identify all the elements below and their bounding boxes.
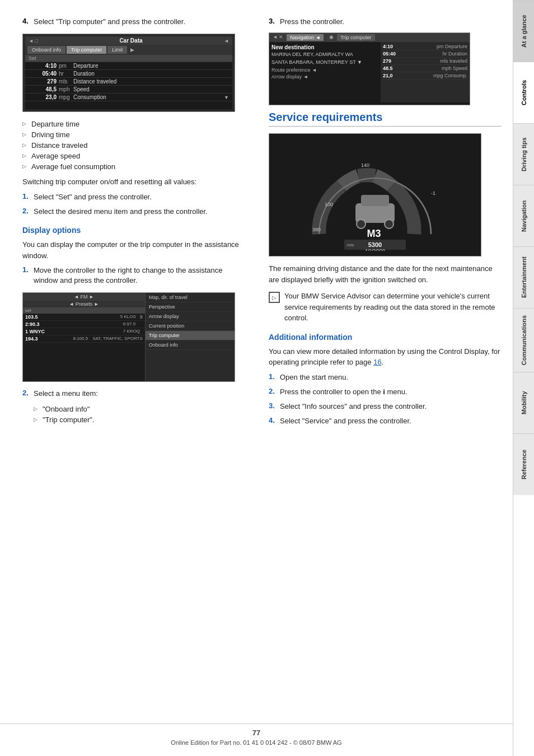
display-step-1-text: Move the controller to the right to chan… — [34, 265, 246, 286]
step2-text: Select a menu item: — [34, 389, 98, 399]
bullet-driving: Driving time — [22, 129, 246, 140]
sidebar-tab-communications[interactable]: Communications — [513, 308, 534, 372]
svg-text:100: 100 — [325, 202, 333, 207]
display-step-1: 1. Move the controller to the right to c… — [22, 265, 246, 286]
service-body-text: The remaining driving distance and the d… — [269, 263, 502, 285]
reset-step-1-text: Select "Set" and press the controller. — [34, 192, 152, 202]
page-16-link[interactable]: 16 — [373, 358, 381, 366]
svg-text:M3: M3 — [367, 228, 381, 239]
svg-rect-1 — [361, 195, 389, 206]
note-text: Your BMW Service Advisor can determine y… — [284, 291, 502, 324]
reset-step-2: 2. Select the desired menu item and pres… — [22, 207, 246, 217]
svg-text:10/2008: 10/2008 — [365, 249, 386, 251]
sub-bullet-list: "Onboard info" "Trip computer". — [34, 404, 246, 425]
set-row: Set — [25, 55, 232, 62]
additional-info-text: You can view more detailed information b… — [269, 346, 502, 368]
trip-row-distance: 279 mls Distance traveled — [25, 78, 232, 86]
trip-header-title: Car Data — [119, 38, 142, 44]
additional-step-2: 2. Press the controller to open the i me… — [269, 387, 502, 397]
navigation-screenshot: ◄ ✕ Navigation ◄ ◉ Trip computer New des… — [269, 32, 470, 105]
svg-text:5300: 5300 — [368, 241, 382, 248]
disp-row-1: 103.5 5 KLOS 9 — [23, 314, 145, 321]
trip-row-duration: 05:40 hr Duration — [25, 70, 232, 78]
display-options-heading: Display options — [22, 226, 246, 235]
additional-step-2-text: Press the controller to open the i menu. — [280, 387, 407, 397]
nav-option-arrow: Arrow display ◄ — [271, 74, 378, 80]
sidebar-tab-navigation[interactable]: Navigation — [513, 185, 534, 246]
bullet-departure: Departure time — [22, 119, 246, 129]
trip-computer-screenshot: ◄ □ Car Data ◄ Onboard info Trip compute… — [22, 34, 235, 112]
trip-row-consumption: 23,0 mpg Consumption ▼ — [25, 94, 232, 101]
additional-step-num-1: 1. — [269, 372, 277, 382]
trip-header: ◄ □ Car Data ◄ — [25, 36, 232, 45]
sidebar-tab-at-a-glance[interactable]: At a glance — [513, 0, 534, 62]
svg-text:140: 140 — [361, 162, 369, 168]
switching-text: Switching trip computer on/off and reset… — [22, 176, 246, 188]
sidebar-tab-reference[interactable]: Reference — [513, 433, 534, 495]
sidebar-tabs: At a glance Controls Driving tips Naviga… — [513, 0, 534, 756]
service-requirements-heading: Service requirements — [269, 111, 502, 127]
nav-addr-1: MARINA DEL REY, ADMIRALTY WA — [271, 52, 378, 57]
nav-right-duration: 05:40 hr Duration — [382, 50, 469, 58]
display-options-text: You can display the computer or the trip… — [22, 239, 246, 261]
bullet-distance: Distance traveled — [22, 140, 246, 151]
tab-onboard[interactable]: Onboard info — [27, 46, 65, 54]
nav-left-panel: New destination MARINA DEL REY, ADMIRALT… — [269, 42, 381, 102]
svg-text:380: 380 — [312, 227, 321, 232]
step-number-4: 4. — [22, 17, 30, 27]
trip-row-speed: 48,5 mph Speed — [25, 86, 232, 94]
additional-info-heading: Additional information — [269, 333, 502, 342]
nav-dest-label: New destination — [271, 44, 378, 50]
gauge-container: 380 140 -1 100 M3 mls 5300 10/2008 — [269, 134, 481, 256]
step-4-item: 4. Select "Trip computer" and press the … — [22, 17, 246, 27]
display-step-num-1: 1. — [22, 265, 30, 286]
nav-tab-trip: Trip computer — [337, 34, 374, 41]
reset-step-2-text: Select the desired menu item and press t… — [34, 207, 208, 217]
sidebar-tab-controls[interactable]: Controls — [513, 62, 534, 123]
sidebar-tab-driving-tips[interactable]: Driving tips — [513, 123, 534, 185]
nav-content: New destination MARINA DEL REY, ADMIRALT… — [269, 42, 470, 102]
footer-text: Online Edition for Part no. 01 41 0 014 … — [0, 739, 513, 746]
trip-row-departure: 4:10 pm Departure — [25, 62, 232, 70]
nav-right-consump: 21,0 mpg Consump. — [382, 72, 469, 80]
disp-row-4: 194.3 8:100.5 SAT, TRAFFIC, SPORTS — [23, 335, 145, 343]
sub-bullet-onboard: "Onboard info" — [34, 404, 246, 414]
nav-addr-2: SANTA BARBARA, MONTERREY ST ▼ — [271, 59, 378, 65]
disp-set: set — [23, 307, 145, 314]
additional-step-3-text: Select "Info sources" and press the cont… — [280, 402, 427, 412]
tab-trip-computer[interactable]: Trip computer — [67, 46, 106, 54]
step-number-3: 3. — [269, 17, 277, 27]
bullet-list: Departure time Driving time Distance tra… — [22, 119, 246, 172]
additional-step-4-text: Select "Service" and press the controlle… — [280, 416, 411, 426]
page-footer: 77 Online Edition for Part no. 01 41 0 0… — [0, 724, 513, 746]
reset-step-num-2: 2. — [22, 207, 30, 217]
disp-menu-trip: Trip computer — [146, 331, 235, 340]
disp-header-fm: ◄ FM ► — [23, 293, 145, 301]
trip-header-left: ◄ □ — [29, 38, 38, 44]
additional-step-3: 3. Select "Info sources" and press the c… — [269, 402, 502, 412]
disp-menu-perspective: Perspective — [146, 302, 235, 312]
reset-step-num-1: 1. — [22, 192, 30, 202]
step2-num: 2. — [22, 389, 30, 399]
disp-row-2: 2:90.3 6:97.5 — [23, 321, 145, 328]
note-box: ▷ Your BMW Service Advisor can determine… — [269, 291, 502, 324]
service-image: 380 140 -1 100 M3 mls 5300 10/2008 — [269, 133, 481, 256]
sidebar-tab-entertainment[interactable]: Entertainment — [513, 246, 534, 308]
disp-menu-map: Map, dir. of travel — [146, 293, 235, 302]
nav-option-route: Route preference ◄ — [271, 67, 378, 73]
tab-limit[interactable]: Limit — [107, 46, 127, 54]
bullet-avg-fuel: Average fuel consumption — [22, 161, 246, 172]
step-3-text: Press the controller. — [280, 17, 344, 27]
disp-menu-onboard: Onboard info — [146, 340, 235, 350]
display-options-screenshot: ◄ FM ► ◄ Presets ► set 103.5 5 KLOS 9 2:… — [22, 292, 235, 382]
sub-bullet-trip: "Trip computer". — [34, 414, 246, 425]
svg-text:-1: -1 — [431, 190, 435, 196]
bullet-avg-speed: Average speed — [22, 151, 246, 161]
nav-right-departure: 4:10 pm Departure — [382, 43, 469, 50]
note-icon: ▷ — [269, 292, 280, 303]
trip-header-right: ◄ — [224, 38, 229, 44]
svg-text:mls: mls — [347, 242, 354, 248]
sidebar-tab-mobility[interactable]: Mobility — [513, 372, 534, 433]
additional-step-num-4: 4. — [269, 416, 277, 426]
step2-select: 2. Select a menu item: — [22, 389, 246, 399]
